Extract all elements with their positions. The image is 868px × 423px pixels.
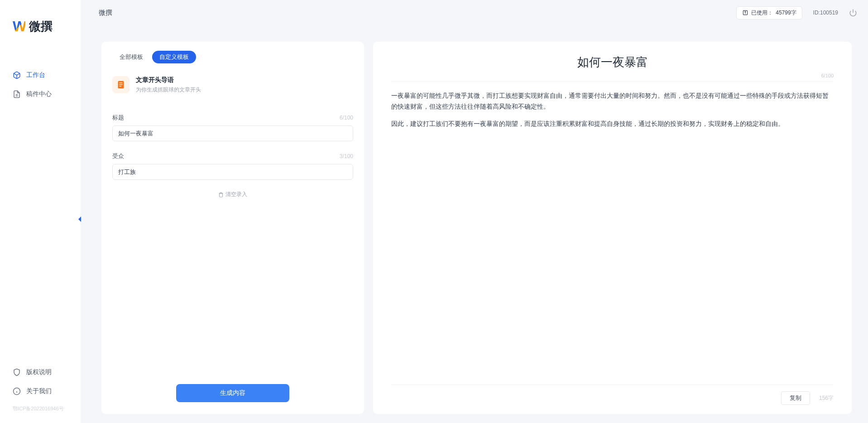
sidebar-bottom: 版权说明 关于我们 鄂ICP备2022016946号 — [0, 364, 81, 423]
usage-label: 已使用： — [751, 9, 773, 17]
output-paragraph: 一夜暴富的可能性几乎微乎其微，而打工族想要实现财富自由，通常需要付出大量的时间和… — [391, 91, 834, 112]
template-card: 文章开头导语 为你生成抓眼球的文章开头 — [112, 72, 353, 103]
tab-custom-templates[interactable]: 自定义模板 — [152, 51, 196, 63]
article-icon — [116, 80, 126, 90]
field-title-label: 标题 — [112, 114, 124, 122]
clear-label: 清空录入 — [225, 191, 247, 198]
field-audience: 受众 3/100 — [112, 152, 353, 180]
document-icon — [13, 90, 21, 98]
generate-button[interactable]: 生成内容 — [176, 384, 289, 402]
template-tabs: 全部模板 自定义模板 — [112, 51, 353, 63]
output-paragraph: 因此，建议打工族们不要抱有一夜暴富的期望，而是应该注重积累财富和提高自身技能，通… — [391, 119, 834, 130]
header: 微撰 已使用： 45799字 ID:100519 — [81, 0, 868, 25]
field-title: 标题 6/100 — [112, 114, 353, 141]
audience-input[interactable] — [112, 164, 353, 180]
output-body: 一夜暴富的可能性几乎微乎其微，而打工族想要实现财富自由，通常需要付出大量的时间和… — [391, 91, 834, 135]
shield-icon — [13, 368, 21, 376]
clear-button[interactable]: 清空录入 — [112, 191, 353, 198]
field-audience-label: 受众 — [112, 152, 124, 160]
word-count: 156字 — [819, 394, 834, 402]
power-icon[interactable] — [849, 9, 857, 17]
tab-all-templates[interactable]: 全部模板 — [112, 51, 150, 63]
svg-rect-5 — [119, 86, 121, 87]
header-right: 已使用： 45799字 ID:100519 — [736, 6, 857, 19]
usage-badge[interactable]: 已使用： 45799字 — [736, 6, 802, 19]
nav: 工作台 稿件中心 — [0, 67, 81, 105]
icp-text: 鄂ICP备2022016946号 — [7, 402, 73, 416]
logo-mark-icon: W — [13, 18, 25, 35]
output-title-counter: 6/100 — [391, 73, 834, 82]
nav-label: 稿件中心 — [26, 90, 52, 98]
config-panel: 全部模板 自定义模板 文章开头导语 为你生成抓眼球的文章开头 标题 6/100 … — [101, 42, 364, 414]
nav-about[interactable]: 关于我们 — [7, 383, 73, 400]
output-panel: 如何一夜暴富 6/100 一夜暴富的可能性几乎微乎其微，而打工族想要实现财富自由… — [373, 42, 852, 414]
field-audience-counter: 3/100 — [340, 153, 353, 159]
user-id: ID:100519 — [813, 10, 838, 16]
title-input[interactable] — [112, 125, 353, 141]
cube-icon — [13, 71, 21, 79]
trash-icon — [218, 192, 224, 197]
nav-copyright[interactable]: 版权说明 — [7, 364, 73, 381]
sidebar-collapse-handle[interactable] — [76, 214, 83, 225]
text-icon — [742, 10, 748, 16]
sidebar: W 微撰 工作台 稿件中心 版权说明 关于我们 鄂ICP备2022016946号 — [0, 0, 81, 423]
copy-button[interactable]: 复制 — [781, 391, 810, 405]
template-name: 文章开头导语 — [136, 76, 201, 84]
main: 全部模板 自定义模板 文章开头导语 为你生成抓眼球的文章开头 标题 6/100 … — [81, 25, 868, 423]
nav-label: 工作台 — [26, 71, 45, 79]
logo-text: 微撰 — [29, 19, 53, 34]
field-title-counter: 6/100 — [340, 115, 353, 121]
svg-rect-4 — [119, 84, 122, 85]
nav-label: 关于我们 — [26, 387, 52, 395]
usage-value: 45799字 — [776, 9, 796, 17]
nav-drafts[interactable]: 稿件中心 — [7, 86, 73, 103]
svg-rect-3 — [119, 82, 122, 83]
output-title: 如何一夜暴富 — [391, 54, 834, 70]
info-icon — [13, 387, 21, 395]
nav-workspace[interactable]: 工作台 — [7, 67, 73, 84]
page-title: 微撰 — [99, 9, 112, 17]
chevron-left-icon — [77, 216, 82, 222]
output-footer: 复制 156字 — [391, 385, 834, 405]
template-icon — [112, 76, 129, 93]
template-desc: 为你生成抓眼球的文章开头 — [136, 86, 201, 94]
nav-label: 版权说明 — [26, 368, 52, 376]
logo[interactable]: W 微撰 — [0, 0, 81, 44]
